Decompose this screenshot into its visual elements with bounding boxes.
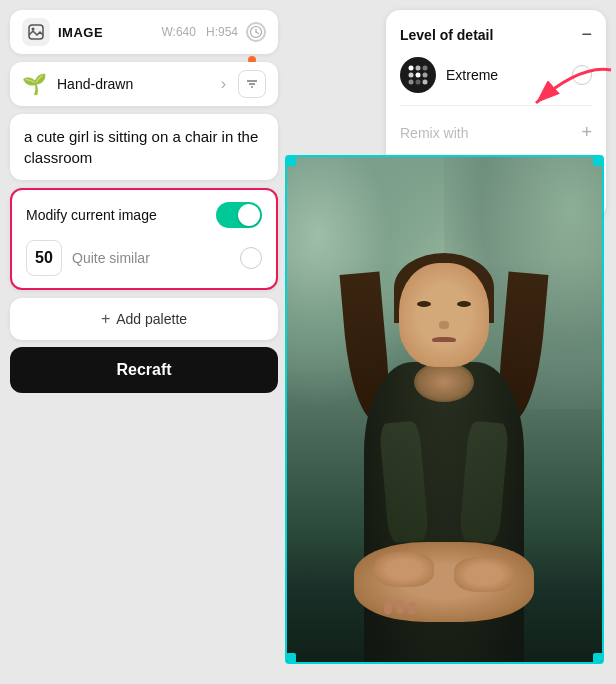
svg-point-8	[409, 66, 414, 71]
style-name: Hand-drawn	[57, 76, 221, 92]
corner-handle-tr[interactable]	[593, 156, 603, 166]
prompt-box[interactable]: a cute girl is sitting on a chair in the…	[10, 114, 278, 180]
svg-point-9	[416, 66, 421, 71]
filter-icon[interactable]	[238, 70, 266, 98]
corner-handle-br[interactable]	[593, 653, 603, 663]
extreme-dots-icon	[400, 57, 436, 93]
similarity-number[interactable]: 50	[26, 240, 62, 276]
svg-line-4	[256, 32, 259, 34]
width-label: W:640	[162, 25, 196, 39]
svg-point-10	[423, 66, 428, 71]
corner-handle-tl[interactable]	[286, 156, 296, 166]
svg-point-15	[416, 80, 421, 85]
plus-icon: +	[101, 310, 110, 328]
plant-icon: 🌱	[22, 72, 47, 96]
left-panel: IMAGE W:640 H:954 🌱 Hand-drawn › a cute …	[10, 10, 278, 393]
similarity-radio[interactable]	[240, 247, 262, 269]
remix-with-label: Remix with	[400, 125, 468, 141]
svg-point-16	[423, 80, 428, 85]
hands-area	[354, 542, 534, 622]
top-bar: IMAGE W:640 H:954	[10, 10, 278, 54]
modify-label: Modify current image	[26, 207, 157, 223]
image-canvas	[285, 155, 604, 664]
similarity-label: Quite similar	[72, 250, 230, 266]
add-palette-button[interactable]: + Add palette	[10, 298, 278, 340]
prompt-text: a cute girl is sitting on a chair in the…	[24, 128, 258, 166]
face	[399, 263, 489, 367]
divider-1	[400, 105, 592, 106]
modify-box: Modify current image 50 Quite similar	[10, 188, 278, 290]
remix-with-row: Remix with +	[400, 114, 592, 151]
modify-row: Modify current image	[26, 202, 262, 228]
chevron-right-icon: ›	[221, 75, 226, 93]
svg-point-12	[416, 73, 421, 78]
figure	[334, 243, 554, 662]
mona-lisa-painting	[287, 157, 602, 662]
collapse-button[interactable]: −	[581, 24, 592, 45]
remix-with-add-button[interactable]: +	[581, 122, 592, 143]
modify-toggle[interactable]	[216, 202, 262, 228]
add-palette-label: Add palette	[116, 311, 187, 327]
recraft-button[interactable]: Recraft	[10, 347, 278, 393]
toggle-thumb	[238, 204, 260, 226]
extreme-row: Extreme	[400, 57, 592, 93]
panel-title: Level of detail	[400, 27, 493, 43]
image-label: IMAGE	[58, 25, 154, 40]
svg-point-13	[423, 73, 428, 78]
corner-handle-bl[interactable]	[286, 653, 296, 663]
panel-header: Level of detail −	[400, 24, 592, 45]
svg-point-14	[409, 80, 414, 85]
extreme-label: Extreme	[446, 67, 562, 83]
similarity-row: 50 Quite similar	[26, 240, 262, 276]
clock-icon[interactable]	[246, 22, 266, 42]
svg-point-11	[409, 73, 414, 78]
style-row[interactable]: 🌱 Hand-drawn ›	[10, 62, 278, 106]
height-label: H:954	[206, 25, 238, 39]
extreme-radio[interactable]	[572, 65, 592, 85]
image-icon	[22, 18, 50, 46]
